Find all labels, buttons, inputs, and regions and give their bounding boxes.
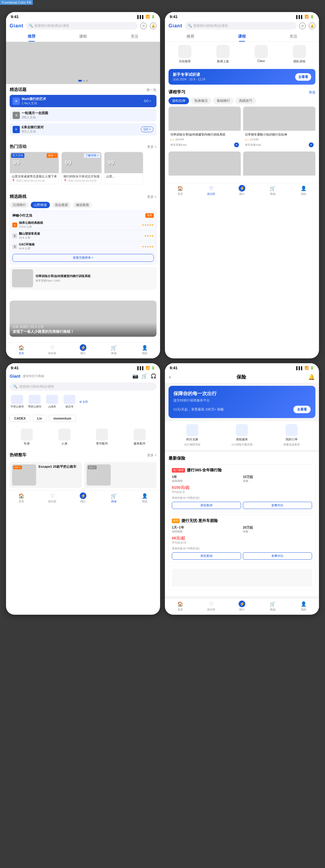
route-tab-2[interactable]: 混合路面 <box>52 202 71 208</box>
course-cat-1[interactable]: 新课上架 <box>216 45 230 64</box>
ins-action-2[interactable]: 我的订单 投案追进莫滞 <box>268 424 315 447</box>
nav-ride-3[interactable]: ⚡ 骑行 <box>68 492 98 503</box>
route-item-1[interactable]: 1 独库公路经典路线 575.8 公里 ★★★★★ <box>12 220 154 230</box>
cart-icon[interactable]: 🛒 <box>141 373 148 379</box>
filter-tab-2[interactable]: 基础骑行 <box>213 97 233 104</box>
search-bar-2[interactable]: 🔍 搜索骑行路线/商品/课程 <box>185 22 297 30</box>
course-add-0[interactable]: + <box>234 143 239 147</box>
bell-icon-1[interactable]: 🔔 <box>150 23 157 29</box>
activity-more[interactable]: 更多 > <box>147 145 157 149</box>
course-cat-0[interactable]: 为你推荐 <box>178 45 191 64</box>
nav-shop-2[interactable]: 🛒 商城 <box>257 185 288 196</box>
nav-club-2[interactable]: ♡ 俱乐部 <box>196 185 226 196</box>
ins-action-btn-0-1[interactable]: 套餐对比 <box>243 502 312 509</box>
course-card-1[interactable]: 日常骑车通勤小知识骑行后拉伸 9.1 21分钟 单车管家Fast + <box>243 106 315 149</box>
bike-type-3[interactable]: 砾石车 <box>62 395 77 409</box>
parts-item-1[interactable]: 人身 <box>47 429 81 446</box>
nav-shop-3[interactable]: 🛒 商城 <box>98 492 129 503</box>
nav-ride-4[interactable]: ⚡ 骑行 <box>227 600 257 612</box>
nav-home-3[interactable]: 🏠 首页 <box>6 492 37 503</box>
course-card-0[interactable]: 功率训练分享|如何搭建室内骑行训练系统 9.1 40分钟 单车管家Fast + <box>168 106 241 149</box>
nav-shop-1[interactable]: 🛒 商城 <box>98 344 129 355</box>
ins-back-btn[interactable]: ‹ <box>169 374 171 380</box>
brand-2[interactable]: momentum <box>49 415 75 422</box>
nav-profile-4[interactable]: 👤 我的 <box>288 600 319 612</box>
route-tab-3[interactable]: 铺设路面 <box>73 202 92 208</box>
course-card-2[interactable] <box>168 152 241 180</box>
filter-tab-1[interactable]: 热身激活 <box>191 97 211 104</box>
topic-go-3[interactable]: GO > <box>141 126 154 132</box>
promo-cta[interactable]: 去看看 <box>295 73 311 81</box>
brand-0[interactable]: CADEX <box>10 415 30 422</box>
nav-club-4[interactable]: ♡ 俱乐部 <box>196 600 226 612</box>
tab-course-follow[interactable]: 关注 <box>267 31 319 41</box>
filter-tab-3[interactable]: 高级技巧 <box>235 97 256 104</box>
course-cat-3[interactable]: 团队训练 <box>293 45 306 64</box>
nav-profile-2[interactable]: 👤 我的 <box>288 185 319 196</box>
tab-course-recommend[interactable]: 推荐 <box>165 31 216 41</box>
ins-action-btn-1-1[interactable]: 套餐对比 <box>243 552 312 560</box>
nav-home-1[interactable]: 🏠 首页 <box>6 344 37 355</box>
nav-club-1[interactable]: ♡ 俱乐部 <box>37 344 67 355</box>
activity-cta-1[interactable]: 报名 > <box>46 153 58 158</box>
topic-item-3[interactable]: E E来去骑行派对 921人互动 GO > <box>10 123 157 135</box>
ins-product-2[interactable] <box>168 565 315 590</box>
ins-action-1[interactable]: 保险服务 1V1保险方案定制 <box>218 424 265 447</box>
nav-profile-1[interactable]: 👤 我的 <box>129 344 160 355</box>
ins-action-btn-1-0[interactable]: 典型案例 <box>172 552 241 560</box>
route-tab-0[interactable]: 沉浸骑行 <box>10 202 29 208</box>
topics-more[interactable]: 换一批 <box>147 88 157 92</box>
brand-1[interactable]: Liv <box>33 415 46 422</box>
bike-type-1[interactable]: 弯把公路车 <box>27 395 42 409</box>
tab-course-course[interactable]: 课程 <box>216 31 268 41</box>
scan-icon-1[interactable]: ⊙ <box>140 23 147 29</box>
route-training-card[interactable]: 功率训练分享|如何搭建室内骑行训练系统 单车管家Fast • 1455 <box>10 267 157 290</box>
course-cat-2[interactable]: Class <box>255 45 268 64</box>
tab-home-course[interactable]: 课程 <box>58 31 109 41</box>
all-types-btn[interactable]: ⊞ 全部 <box>79 395 92 409</box>
route-item-3[interactable]: 3 GAC环海南 64.8 公里 ★★★★★ <box>12 241 154 252</box>
ins-bell-icon[interactable]: 🔔 <box>308 374 315 380</box>
ins-action-btn-0-0[interactable]: 典型案例 <box>172 502 241 509</box>
bike-type-2[interactable]: 山地车 <box>44 395 60 409</box>
activity-cta-2[interactable]: 了解详情 > <box>84 153 100 158</box>
route-tab-1[interactable]: 山野林道 <box>31 202 50 208</box>
nav-ride-1[interactable]: ⚡ 骑行 <box>68 344 98 355</box>
topic-item-2[interactable]: ◎ 一轮满月一念团圆 286人互动 <box>10 109 157 121</box>
ins-product-1[interactable]: 推荐 捷行无忧·意外车损险 1天~1年 保障期限 20万起 保额 ¥6元/起 平… <box>168 515 315 563</box>
camera-icon[interactable]: 📷 <box>132 373 138 379</box>
bike-card-1[interactable]: NO.2 <box>84 462 157 488</box>
filter-tab-0[interactable]: 放松拉伸 <box>168 97 189 104</box>
big-route-card[interactable]: 先锋·滴滴区 | 81.0 公里 发现了一条人少路宽的完美骑行路线！ <box>10 301 157 337</box>
search-bar-1[interactable]: 🔍 搜索骑行路线/商品/课程 <box>26 22 138 30</box>
scan-icon-2[interactable]: ⊙ <box>299 23 306 29</box>
view-all-routes[interactable]: 查看完整榜单 > <box>12 254 154 262</box>
tab-home-follow[interactable]: 关注 <box>109 31 160 41</box>
nav-home-4[interactable]: 🏠 首页 <box>165 600 196 612</box>
nav-shop-4[interactable]: 🛒 商城 <box>257 600 288 612</box>
routes-more[interactable]: 更多 > <box>147 194 157 199</box>
topic-go-1[interactable]: GO > <box>141 98 154 103</box>
course-add-1[interactable]: + <box>309 143 314 147</box>
tab-home-recommend[interactable]: 推荐 <box>6 31 58 41</box>
course-filter[interactable]: 筛选 <box>309 90 315 95</box>
nav-profile-3[interactable]: 👤 我的 <box>129 492 160 503</box>
route-item-2[interactable]: 2 翻山望坡客高速 29.8 公里 ★★★★ <box>12 230 154 241</box>
bike-type-0[interactable]: 平把公路车 <box>10 395 25 409</box>
parts-item-2[interactable]: 零件配件 <box>85 429 119 446</box>
activity-card-2[interactable]: 了解详情 > 99 骑行的快乐只有试过才知道 📍 活动 | 2024.09.15… <box>61 152 102 184</box>
shop-search[interactable]: 🔍 搜索骑行路线/商品/课程 <box>10 382 157 391</box>
activity-card-1[interactable]: 官方活动 报名 > 99 山里没有减速带总是能让人慢下来 📍 活动 | 2024… <box>10 152 59 184</box>
parts-item-0[interactable]: 车身 <box>10 429 44 446</box>
parts-item-3[interactable]: 服务配件 <box>123 429 157 446</box>
nav-ride-2[interactable]: ⚡ 骑行 <box>227 185 257 196</box>
bike-card-0[interactable]: NO.1 Escape1 25款平把公路车 <box>10 462 82 488</box>
topic-item-1[interactable]: M Mark骑行的艺术 1.4w人互动 GO > <box>10 95 157 107</box>
ins-product-0[interactable]: 热门推荐 捷行365·全年骑行险 1年 保障期限 10万起 保额 ¥150元/起… <box>168 464 315 512</box>
ins-action-0[interactable]: 积分兑换 出行保障无忧 <box>168 424 216 447</box>
course-card-3[interactable] <box>243 152 315 180</box>
hot-bikes-more[interactable]: 更多 > <box>147 453 157 458</box>
bell-icon-2[interactable]: 🔔 <box>309 23 315 29</box>
headset-icon[interactable]: 🎧 <box>151 373 157 379</box>
nav-club-3[interactable]: ♡ 俱乐部 <box>37 492 67 503</box>
